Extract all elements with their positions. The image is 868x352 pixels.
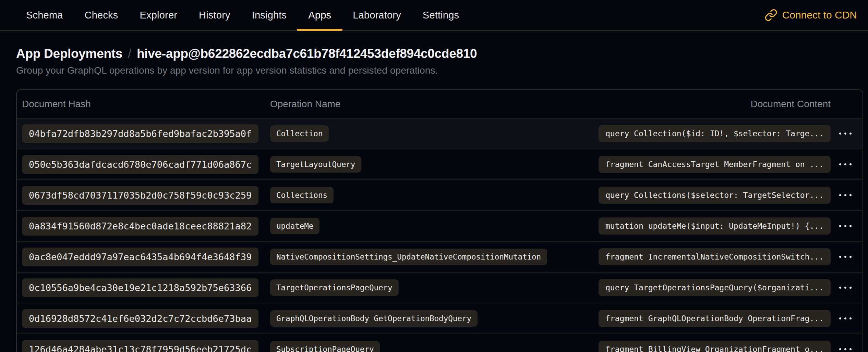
table-row: 0a834f91560d872e8c4bec0ade18ceec88821a82… bbox=[17, 211, 863, 242]
ellipsis-icon bbox=[839, 317, 841, 319]
tab-explorer[interactable]: Explorer bbox=[140, 0, 178, 30]
column-header-document-hash: Document Hash bbox=[22, 99, 270, 110]
table-row: 0d16928d8572c41ef6e032d2c7c72ccbd6e73baa… bbox=[17, 303, 863, 334]
ellipsis-icon bbox=[839, 163, 841, 165]
breadcrumb: App Deployments / hive-app@b622862ecdba7… bbox=[16, 47, 863, 61]
connect-to-cdn-label: Connect to CDN bbox=[782, 9, 857, 21]
tab-insights[interactable]: Insights bbox=[252, 0, 287, 30]
row-actions-menu-button[interactable] bbox=[836, 189, 855, 201]
ellipsis-icon bbox=[839, 348, 841, 350]
document-hash-chip[interactable]: 126d46a4284abe31c13c78f7959d56eeb21725dc bbox=[22, 340, 258, 352]
tab-checks[interactable]: Checks bbox=[85, 0, 118, 30]
ellipsis-icon bbox=[839, 256, 841, 258]
document-hash-chip[interactable]: 04bfa72dfb83b297dd8a5b6fed9bafac2b395a0f bbox=[22, 124, 258, 143]
table-row: 0c10556a9be4ca30e19e21c1218a592b75e63366… bbox=[17, 273, 863, 303]
document-content-chip[interactable]: fragment BillingView_OrganizationFragmen… bbox=[599, 341, 831, 352]
operation-name-chip: GraphQLOperationBody_GetOperationBodyQue… bbox=[270, 310, 478, 327]
row-actions-menu-button[interactable] bbox=[836, 220, 855, 232]
tab-schema[interactable]: Schema bbox=[26, 0, 63, 30]
operation-name-chip: NativeCompositionSettings_UpdateNativeCo… bbox=[270, 249, 547, 265]
operation-name-chip: updateMe bbox=[270, 218, 320, 234]
document-content-chip[interactable]: mutation updateMe($input: UpdateMeInput!… bbox=[599, 217, 831, 235]
app-deployments-page: App Deployments / hive-app@b622862ecdba7… bbox=[0, 47, 868, 352]
document-content-chip[interactable]: fragment IncrementalNativeCompositionSwi… bbox=[599, 248, 831, 265]
ellipsis-icon bbox=[839, 287, 841, 289]
document-content-chip[interactable]: fragment CanAccessTarget_MemberFragment … bbox=[599, 156, 831, 173]
link-icon bbox=[764, 9, 777, 22]
tab-settings[interactable]: Settings bbox=[423, 0, 459, 30]
breadcrumb-app-deployments[interactable]: App Deployments bbox=[16, 47, 122, 61]
column-header-operation-name: Operation Name bbox=[270, 99, 596, 110]
operation-name-chip: Collection bbox=[270, 125, 329, 142]
table-row: 050e5b363dafdcacd6780e706cadf771d06a867c… bbox=[17, 149, 863, 180]
connect-to-cdn-link[interactable]: Connect to CDN bbox=[764, 0, 857, 30]
table-row: 0673df58cd7037117035b2d0c758f59c0c93c259… bbox=[17, 180, 863, 211]
document-hash-chip[interactable]: 0d16928d8572c41ef6e032d2c7c72ccbd6e73baa bbox=[22, 309, 258, 328]
column-header-document-content: Document Content bbox=[596, 99, 831, 110]
top-nav: Schema Checks Explorer History Insights … bbox=[0, 0, 868, 31]
document-content-chip[interactable]: query TargetOperationsPageQuery($organiz… bbox=[599, 279, 831, 296]
breadcrumb-separator: / bbox=[128, 47, 131, 61]
breadcrumb-deployment-name: hive-app@b622862ecdba7c61b78f412453def89… bbox=[137, 47, 477, 61]
operation-name-chip: Collections bbox=[270, 187, 334, 203]
row-actions-menu-button[interactable] bbox=[836, 343, 855, 352]
table-row: 0ac8e047eddd97a97eac6435a4b694f4e3648f39… bbox=[17, 242, 863, 273]
tab-apps[interactable]: Apps bbox=[308, 0, 331, 30]
tab-laboratory[interactable]: Laboratory bbox=[353, 0, 401, 30]
tab-history[interactable]: History bbox=[199, 0, 230, 30]
nav-tabs: Schema Checks Explorer History Insights … bbox=[26, 0, 459, 30]
table-row: 126d46a4284abe31c13c78f7959d56eeb21725dc… bbox=[17, 334, 863, 352]
row-actions-menu-button[interactable] bbox=[836, 159, 855, 170]
operation-name-chip: TargetLayoutQuery bbox=[270, 156, 361, 173]
document-content-chip[interactable]: query Collections($selector: TargetSelec… bbox=[599, 187, 831, 204]
page-subtitle: Group your GraphQL operations by app ver… bbox=[16, 65, 863, 76]
document-content-chip[interactable]: fragment GraphQLOperationBody_OperationF… bbox=[599, 310, 831, 327]
row-actions-menu-button[interactable] bbox=[836, 251, 855, 263]
table-row: 04bfa72dfb83b297dd8a5b6fed9bafac2b395a0f… bbox=[17, 118, 863, 149]
documents-table: Document Hash Operation Name Document Co… bbox=[16, 89, 863, 352]
row-actions-menu-button[interactable] bbox=[836, 313, 855, 324]
document-hash-chip[interactable]: 0a834f91560d872e8c4bec0ade18ceec88821a82 bbox=[22, 217, 258, 236]
ellipsis-icon bbox=[839, 225, 841, 227]
document-content-chip[interactable]: query Collection($id: ID!, $selector: Ta… bbox=[599, 125, 831, 142]
row-actions-menu-button[interactable] bbox=[836, 128, 855, 139]
table-body: 04bfa72dfb83b297dd8a5b6fed9bafac2b395a0f… bbox=[17, 118, 863, 352]
operation-name-chip: SubscriptionPageQuery bbox=[270, 341, 380, 352]
ellipsis-icon bbox=[839, 133, 841, 135]
document-hash-chip[interactable]: 0c10556a9be4ca30e19e21c1218a592b75e63366 bbox=[22, 278, 258, 297]
ellipsis-icon bbox=[839, 194, 841, 196]
table-header-row: Document Hash Operation Name Document Co… bbox=[17, 90, 863, 118]
document-hash-chip[interactable]: 050e5b363dafdcacd6780e706cadf771d06a867c bbox=[22, 155, 258, 174]
document-hash-chip[interactable]: 0ac8e047eddd97a97eac6435a4b694f4e3648f39 bbox=[22, 248, 258, 266]
row-actions-menu-button[interactable] bbox=[836, 282, 855, 293]
operation-name-chip: TargetOperationsPageQuery bbox=[270, 279, 399, 296]
document-hash-chip[interactable]: 0673df58cd7037117035b2d0c758f59c0c93c259 bbox=[22, 186, 258, 205]
